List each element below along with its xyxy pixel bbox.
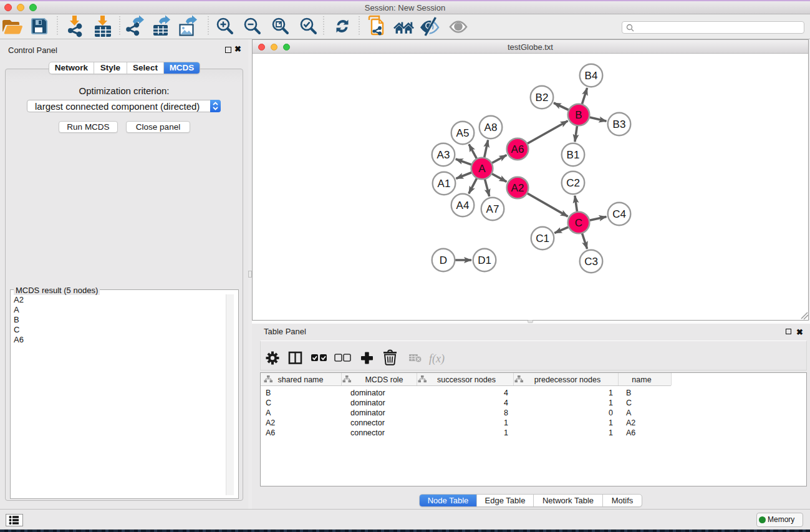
svg-text:1: 1 [609, 428, 613, 437]
svg-text:name: name [632, 375, 651, 384]
svg-text:A6: A6 [511, 143, 524, 155]
svg-text:connector: connector [350, 428, 385, 437]
svg-text:A2: A2 [511, 182, 524, 194]
svg-text:f(x): f(x) [429, 352, 445, 365]
svg-text:1: 1 [504, 418, 508, 427]
svg-text:D1: D1 [478, 254, 491, 266]
svg-text:dominator: dominator [350, 399, 385, 407]
svg-text:1: 1 [504, 428, 508, 437]
svg-text:C: C [626, 399, 632, 407]
svg-text:1: 1 [609, 389, 613, 397]
svg-text:C: C [266, 399, 271, 407]
svg-text:B: B [575, 109, 582, 121]
svg-text:C2: C2 [566, 177, 580, 189]
svg-text:A6: A6 [626, 428, 635, 437]
svg-text:C4: C4 [612, 208, 626, 220]
svg-text:4: 4 [504, 399, 508, 407]
svg-text:A2: A2 [266, 418, 275, 427]
svg-text:C1: C1 [536, 233, 549, 244]
svg-text:0: 0 [609, 409, 613, 417]
svg-text:dominator: dominator [350, 389, 385, 397]
svg-text:predecessor nodes: predecessor nodes [534, 375, 600, 384]
svg-text:C3: C3 [584, 256, 598, 268]
svg-text:8: 8 [504, 409, 508, 417]
svg-text:A3: A3 [437, 149, 450, 161]
svg-text:A: A [626, 409, 632, 417]
svg-text:A: A [266, 409, 271, 417]
svg-text:B: B [626, 389, 631, 397]
svg-text:B3: B3 [613, 118, 626, 130]
svg-text:B2: B2 [536, 92, 549, 104]
svg-text:B4: B4 [585, 70, 598, 82]
svg-text:C: C [575, 217, 582, 229]
svg-text:D: D [440, 254, 447, 266]
svg-text:A: A [478, 163, 486, 175]
svg-text:A4: A4 [456, 200, 470, 211]
svg-text:successor nodes: successor nodes [437, 375, 496, 384]
svg-text:B1: B1 [567, 149, 580, 161]
svg-text:A5: A5 [456, 127, 470, 139]
svg-text:4: 4 [504, 389, 508, 397]
svg-text:A1: A1 [438, 178, 451, 190]
svg-text:B: B [266, 389, 271, 397]
svg-text:1: 1 [609, 399, 613, 407]
svg-text:1: 1 [609, 418, 613, 427]
svg-text:dominator: dominator [350, 409, 385, 417]
svg-text:MCDS role: MCDS role [365, 375, 403, 384]
svg-text:shared name: shared name [278, 375, 324, 384]
svg-text:A2: A2 [626, 418, 635, 427]
svg-text:A7: A7 [486, 203, 499, 215]
svg-text:A8: A8 [485, 122, 498, 133]
svg-text:connector: connector [350, 418, 385, 427]
svg-text:A6: A6 [266, 428, 275, 437]
